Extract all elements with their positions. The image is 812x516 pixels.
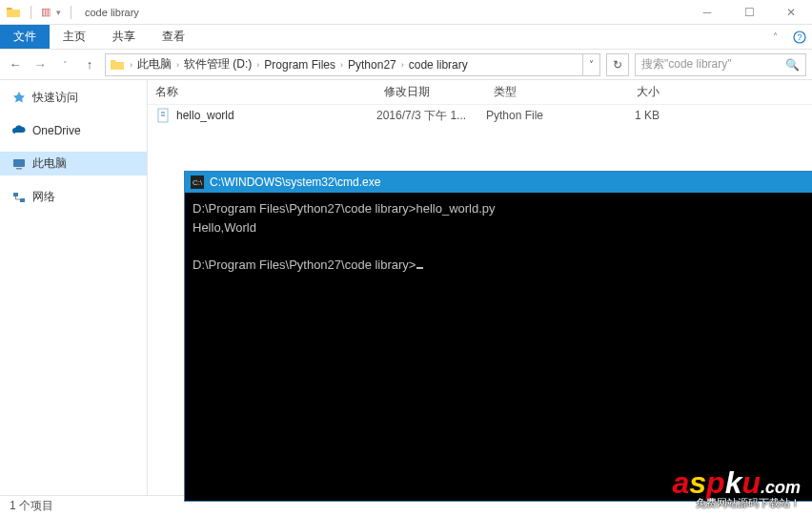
cursor-icon [416, 267, 423, 269]
svg-text:C:\: C:\ [193, 178, 203, 187]
breadcrumb-folder[interactable]: code library [405, 58, 472, 72]
folder-icon [6, 5, 21, 20]
address-bar[interactable]: › 此电脑 › 软件管理 (D:) › Program Files › Pyth… [105, 53, 600, 76]
qat-props-icon[interactable]: ▥ [41, 6, 51, 18]
qat-divider [30, 6, 31, 19]
column-header-type[interactable]: 类型 [486, 80, 591, 104]
nav-forward-button[interactable]: → [30, 55, 50, 74]
search-icon: 🔍 [785, 58, 800, 72]
column-header-date[interactable]: 修改日期 [376, 80, 486, 104]
python-file-icon [155, 108, 171, 123]
breadcrumb-folder[interactable]: Program Files [260, 58, 339, 72]
svg-text:?: ? [797, 32, 802, 42]
cmd-title-bar[interactable]: C:\ C:\WINDOWS\system32\cmd.exe [185, 172, 812, 193]
cloud-icon [11, 123, 27, 138]
sidebar-item-this-pc[interactable]: 此电脑 [0, 152, 147, 175]
breadcrumb-root[interactable]: 此电脑 [133, 56, 175, 72]
help-button[interactable]: ? [787, 25, 812, 49]
svg-rect-3 [16, 168, 22, 170]
minimize-button[interactable]: ─ [686, 0, 728, 25]
breadcrumb-folder[interactable]: Python27 [344, 58, 400, 72]
nav-up-button[interactable]: ↑ [80, 55, 99, 74]
svg-rect-2 [13, 159, 25, 167]
svg-rect-4 [13, 193, 18, 196]
file-name: hello_world [176, 109, 234, 122]
title-bar: ▥ ▾ code library ─ ☐ ✕ [0, 0, 812, 25]
refresh-button[interactable]: ↻ [606, 53, 629, 76]
file-date: 2016/7/3 下午 1... [376, 108, 486, 124]
sidebar-item-quick-access[interactable]: 快速访问 [0, 86, 147, 110]
sidebar-item-onedrive[interactable]: OneDrive [0, 119, 147, 142]
cmd-window[interactable]: C:\ C:\WINDOWS\system32\cmd.exe D:\Progr… [185, 172, 812, 501]
star-icon [11, 91, 27, 106]
nav-back-button[interactable]: ← [6, 55, 25, 74]
search-input[interactable]: 搜索"code library" 🔍 [635, 53, 806, 76]
tab-share[interactable]: 共享 [99, 25, 149, 49]
sidebar-item-label: OneDrive [32, 124, 81, 137]
svg-rect-5 [20, 198, 25, 202]
ribbon-collapse-button[interactable]: ˄ [762, 25, 787, 49]
address-dropdown-button[interactable]: ˅ [582, 54, 599, 75]
ribbon-tabs: 文件 主页 共享 查看 ˄ ? [0, 25, 812, 50]
address-bar-row: ← → ˅ ↑ › 此电脑 › 软件管理 (D:) › Program File… [0, 50, 812, 80]
column-header-size[interactable]: 大小 [591, 80, 667, 104]
qat-new-icon[interactable]: ▾ [56, 8, 61, 17]
navigation-sidebar: 快速访问 OneDrive 此电脑 网络 [0, 80, 148, 495]
file-size: 1 KB [591, 109, 667, 122]
network-icon [11, 190, 27, 205]
search-placeholder: 搜索"code library" [641, 56, 732, 72]
pc-icon [11, 156, 27, 172]
sidebar-item-network[interactable]: 网络 [0, 185, 147, 209]
cmd-output: D:\Program Files\Python27\code library>h… [185, 193, 812, 282]
breadcrumb-drive[interactable]: 软件管理 (D:) [180, 56, 255, 72]
cmd-icon: C:\ [191, 175, 204, 189]
folder-icon [106, 57, 129, 72]
sidebar-item-label: 快速访问 [32, 90, 78, 106]
watermark: aspku.com 免费网站源码下载站！ [673, 467, 802, 510]
watermark-logo: aspku.com [673, 467, 802, 498]
column-header-name[interactable]: 名称 [148, 80, 376, 104]
tab-file[interactable]: 文件 [0, 25, 50, 49]
tab-view[interactable]: 查看 [149, 25, 198, 49]
tab-home[interactable]: 主页 [50, 25, 99, 49]
nav-recent-button[interactable]: ˅ [55, 55, 74, 74]
file-type: Python File [486, 109, 591, 122]
file-row[interactable]: hello_world 2016/7/3 下午 1... Python File… [148, 105, 812, 126]
window-title: code library [81, 7, 139, 18]
column-headers: 名称 修改日期 类型 大小 [148, 80, 812, 105]
close-button[interactable]: ✕ [770, 0, 812, 25]
cmd-title: C:\WINDOWS\system32\cmd.exe [210, 175, 380, 189]
sidebar-item-label: 网络 [32, 189, 55, 205]
status-item-count: 1 个项目 [10, 498, 53, 514]
sidebar-item-label: 此电脑 [32, 155, 67, 172]
maximize-button[interactable]: ☐ [728, 0, 770, 25]
